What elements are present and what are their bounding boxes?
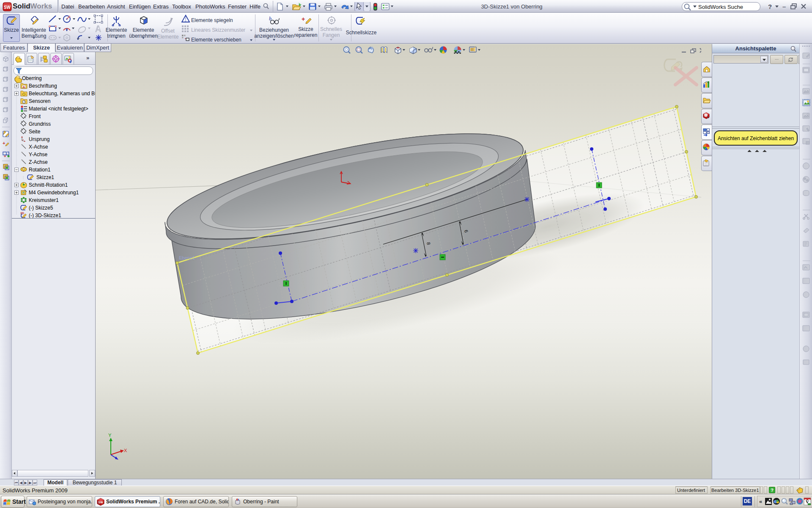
svg-text:+: + <box>3 141 5 146</box>
svg-text:X: X <box>124 448 127 453</box>
svg-text:SW: SW <box>4 5 11 10</box>
svg-text:(-) Skizze5: (-) Skizze5 <box>29 205 53 211</box>
svg-text:Seite: Seite <box>29 129 41 135</box>
svg-text:Grundriss: Grundriss <box>29 121 51 127</box>
svg-text:A: A <box>23 85 25 89</box>
svg-text:Skizze1: Skizze1 <box>36 174 54 180</box>
svg-text:Schnitt-Rotation1: Schnitt-Rotation1 <box>29 182 68 188</box>
svg-text:Z-Achse: Z-Achse <box>29 159 48 165</box>
svg-text:Ebene1: Ebene1 <box>179 255 195 260</box>
svg-text:Oberring: Oberring <box>22 75 42 81</box>
svg-text:Y: Y <box>108 433 112 438</box>
svg-text:X-Achse: X-Achse <box>29 144 48 150</box>
svg-text:Rotation1: Rotation1 <box>29 167 51 173</box>
svg-text:M4 Gewindebohrung1: M4 Gewindebohrung1 <box>29 190 79 196</box>
svg-text:Beleuchtung, Kameras und Bühn: Beleuchtung, Kameras und Bühn <box>29 91 95 97</box>
svg-text:Front: Front <box>29 113 41 119</box>
svg-text:Material <nicht festgelegt>: Material <nicht festgelegt> <box>29 106 88 112</box>
svg-text:+: + <box>302 16 305 22</box>
svg-text:(-) 3D-Skizze1: (-) 3D-Skizze1 <box>29 213 61 218</box>
svg-text:Beschriftung: Beschriftung <box>29 83 57 89</box>
svg-text:Kreismuster1: Kreismuster1 <box>29 197 59 203</box>
svg-text:Ursprung: Ursprung <box>29 136 49 142</box>
svg-text:SW: SW <box>98 501 103 504</box>
svg-text:Sensoren: Sensoren <box>29 98 50 104</box>
svg-text:3D: 3D <box>20 212 24 215</box>
svg-text:Y-Achse: Y-Achse <box>29 152 48 157</box>
